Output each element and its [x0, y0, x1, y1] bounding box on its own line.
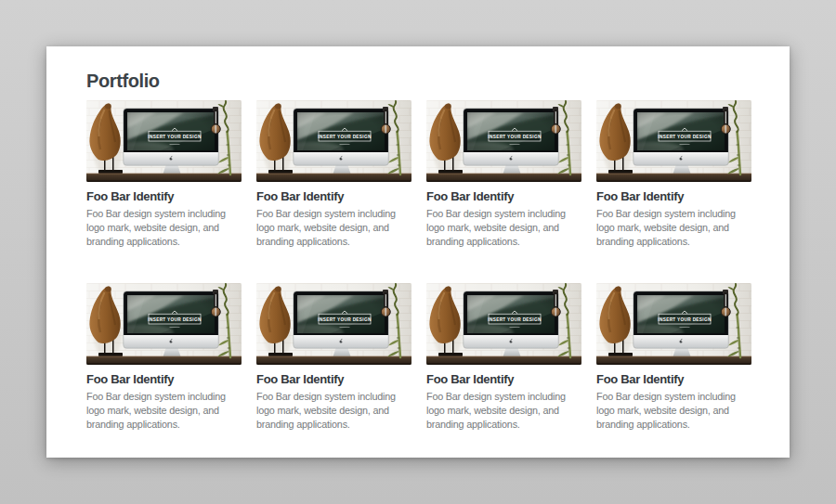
desk-shelf [596, 174, 751, 183]
imac-desk-illustration: INSERT YOUR DESIGN [256, 100, 411, 182]
screen-text: INSERT YOUR DESIGN [488, 135, 542, 139]
portfolio-card[interactable]: INSERT YOUR DESIGN [426, 100, 581, 249]
portfolio-thumbnail[interactable]: INSERT YOUR DESIGN [256, 100, 411, 182]
screen-text: INSERT YOUR DESIGN [658, 317, 712, 322]
page-background: { "page": { "background_color": "#cbcbcb… [0, 0, 836, 504]
imac-desk-illustration: INSERT YOUR DESIGN [426, 100, 581, 182]
portfolio-card[interactable]: INSERT YOUR DESIGN [596, 100, 751, 249]
desk-shelf [256, 356, 411, 366]
screen-subtext-line [340, 327, 350, 328]
imac: INSERT YOUR DESIGN [451, 109, 558, 174]
imac-desk-illustration: INSERT YOUR DESIGN [86, 100, 242, 182]
imac-desk-illustration: INSERT YOUR DESIGN [596, 283, 751, 365]
desk-shelf [86, 174, 242, 183]
imac-desk-illustration: INSERT YOUR DESIGN [256, 283, 411, 365]
screen-subtext-line [170, 144, 180, 145]
portfolio-item-description: Foo Bar design system including logo mar… [596, 207, 751, 249]
screen-subtext-line [170, 327, 180, 328]
portfolio-item-title[interactable]: Foo Bar Identify [256, 372, 411, 386]
portfolio-item-title[interactable]: Foo Bar Identify [426, 372, 581, 386]
screen-text: INSERT YOUR DESIGN [318, 317, 372, 322]
portfolio-card[interactable]: INSERT YOUR DESIGN [256, 283, 411, 432]
screen-subtext-line [680, 144, 690, 145]
desk-shelf [256, 174, 411, 183]
portfolio-card[interactable]: INSERT YOUR DESIGN [86, 283, 242, 432]
imac: INSERT YOUR DESIGN [281, 291, 388, 356]
desk-shelf [596, 356, 751, 366]
desk-shelf [426, 174, 581, 183]
screen-text: INSERT YOUR DESIGN [488, 317, 542, 322]
portfolio-item-title[interactable]: Foo Bar Identify [596, 189, 751, 203]
portfolio-thumbnail[interactable]: INSERT YOUR DESIGN [426, 283, 581, 365]
screen-text: INSERT YOUR DESIGN [318, 135, 372, 139]
desk-shelf [426, 356, 581, 366]
portfolio-thumbnail[interactable]: INSERT YOUR DESIGN [256, 283, 411, 365]
portfolio-item-title[interactable]: Foo Bar Identify [86, 189, 242, 203]
portfolio-thumbnail[interactable]: INSERT YOUR DESIGN [86, 283, 242, 365]
portfolio-item-title[interactable]: Foo Bar Identify [426, 189, 581, 203]
screen-text: INSERT YOUR DESIGN [658, 135, 712, 139]
portfolio-thumbnail[interactable]: INSERT YOUR DESIGN [596, 283, 751, 365]
portfolio-item-description: Foo Bar design system including logo mar… [86, 390, 242, 432]
portfolio-item-description: Foo Bar design system including logo mar… [426, 207, 581, 249]
portfolio-item-description: Foo Bar design system including logo mar… [256, 390, 411, 432]
portfolio-item-description: Foo Bar design system including logo mar… [596, 390, 751, 432]
imac: INSERT YOUR DESIGN [620, 291, 728, 356]
screen-subtext-line [340, 144, 350, 145]
portfolio-card[interactable]: INSERT YOUR DESIGN [86, 100, 242, 249]
portfolio-thumbnail[interactable]: INSERT YOUR DESIGN [426, 100, 581, 182]
screen-text: INSERT YOUR DESIGN [148, 135, 202, 139]
portfolio-item-title[interactable]: Foo Bar Identify [86, 372, 242, 386]
portfolio-thumbnail[interactable]: INSERT YOUR DESIGN [596, 100, 751, 182]
screen-subtext-line [510, 327, 520, 328]
page-title: Portfolio [86, 71, 751, 92]
content-card: Portfolio [46, 46, 790, 458]
imac: INSERT YOUR DESIGN [620, 109, 728, 174]
imac: INSERT YOUR DESIGN [451, 291, 558, 356]
portfolio-item-title[interactable]: Foo Bar Identify [256, 189, 411, 203]
portfolio-card[interactable]: INSERT YOUR DESIGN [596, 283, 751, 432]
imac-desk-illustration: INSERT YOUR DESIGN [426, 283, 581, 365]
imac: INSERT YOUR DESIGN [111, 109, 218, 174]
imac-desk-illustration: INSERT YOUR DESIGN [596, 100, 751, 182]
imac: INSERT YOUR DESIGN [281, 109, 388, 174]
portfolio-item-description: Foo Bar design system including logo mar… [426, 390, 581, 432]
imac: INSERT YOUR DESIGN [111, 291, 218, 356]
screen-subtext-line [510, 144, 520, 145]
portfolio-card[interactable]: INSERT YOUR DESIGN [256, 100, 411, 249]
portfolio-thumbnail[interactable]: INSERT YOUR DESIGN [86, 100, 242, 182]
portfolio-item-title[interactable]: Foo Bar Identify [596, 372, 751, 386]
portfolio-card[interactable]: INSERT YOUR DESIGN [426, 283, 581, 432]
desk-shelf [86, 356, 242, 366]
portfolio-grid: INSERT YOUR DESIGN [86, 100, 751, 432]
screen-text: INSERT YOUR DESIGN [148, 317, 202, 322]
screen-subtext-line [680, 327, 690, 328]
portfolio-item-description: Foo Bar design system including logo mar… [86, 207, 242, 249]
portfolio-item-description: Foo Bar design system including logo mar… [256, 207, 411, 249]
imac-desk-illustration: INSERT YOUR DESIGN [86, 283, 242, 365]
